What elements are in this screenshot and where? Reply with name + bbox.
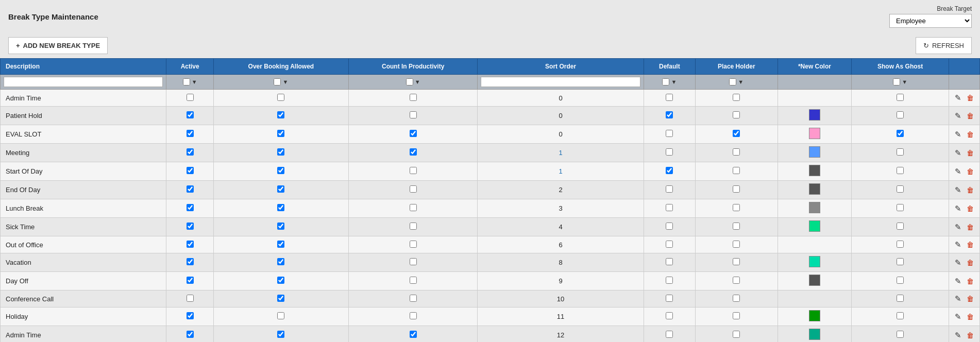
default-checkbox[interactable] [666,148,673,156]
overbooking-checkbox[interactable] [277,130,284,137]
delete-button[interactable]: 🗑 [965,258,976,268]
delete-button[interactable]: 🗑 [965,166,976,177]
delete-button[interactable]: 🗑 [965,222,976,232]
countprod-checkbox[interactable] [410,331,417,338]
default-checkbox[interactable] [666,223,673,230]
default-checkbox[interactable] [666,312,673,319]
edit-button[interactable]: ✎ [953,147,964,159]
delete-button[interactable]: 🗑 [965,312,976,322]
edit-button[interactable]: ✎ [953,129,964,140]
filter-countprod-checkbox[interactable] [406,78,413,86]
overbooking-checkbox[interactable] [277,111,284,118]
active-checkbox[interactable] [187,130,194,137]
active-checkbox[interactable] [187,241,194,248]
default-checkbox[interactable] [666,111,673,118]
delete-button[interactable]: 🗑 [965,203,976,214]
edit-button[interactable]: ✎ [953,184,964,196]
active-checkbox[interactable] [187,167,194,174]
showghost-checkbox[interactable] [897,223,904,230]
placeholder-checkbox[interactable] [733,94,740,101]
delete-button[interactable]: 🗑 [965,276,976,286]
overbooking-checkbox[interactable] [277,167,284,174]
overbooking-checkbox[interactable] [277,223,284,230]
showghost-checkbox[interactable] [897,258,904,265]
delete-button[interactable]: 🗑 [965,185,976,195]
showghost-checkbox[interactable] [897,111,904,118]
countprod-checkbox[interactable] [410,295,417,302]
showghost-checkbox[interactable] [897,167,904,174]
edit-button[interactable]: ✎ [953,257,964,268]
countprod-checkbox[interactable] [410,130,417,137]
edit-button[interactable]: ✎ [953,166,964,177]
countprod-checkbox[interactable] [410,258,417,265]
default-checkbox[interactable] [666,94,673,101]
default-checkbox[interactable] [666,167,673,174]
default-checkbox[interactable] [666,204,673,211]
delete-button[interactable]: 🗑 [965,93,976,103]
overbooking-checkbox[interactable] [277,185,284,193]
countprod-checkbox[interactable] [410,94,417,101]
active-checkbox[interactable] [187,258,194,265]
placeholder-checkbox[interactable] [733,277,740,284]
active-checkbox[interactable] [187,111,194,118]
active-checkbox[interactable] [187,185,194,193]
showghost-checkbox[interactable] [897,94,904,101]
default-checkbox[interactable] [666,277,673,284]
countprod-checkbox[interactable] [410,185,417,193]
countprod-checkbox[interactable] [410,277,417,284]
filter-default-checkbox[interactable] [662,78,669,86]
overbooking-checkbox[interactable] [277,94,284,101]
default-checkbox[interactable] [666,185,673,193]
placeholder-checkbox[interactable] [733,223,740,230]
active-checkbox[interactable] [187,312,194,319]
delete-button[interactable]: 🗑 [965,294,976,304]
placeholder-checkbox[interactable] [733,185,740,193]
filter-description-input[interactable] [4,77,163,87]
filter-ghost-checkbox[interactable] [893,78,900,86]
placeholder-checkbox[interactable] [733,258,740,265]
placeholder-checkbox[interactable] [733,148,740,156]
showghost-checkbox[interactable] [897,277,904,284]
edit-button[interactable]: ✎ [953,311,964,322]
overbooking-checkbox[interactable] [277,241,284,248]
showghost-checkbox[interactable] [897,185,904,193]
break-target-select[interactable]: Employee Shift All [889,14,972,28]
edit-button[interactable]: ✎ [953,239,964,250]
default-checkbox[interactable] [666,130,673,137]
edit-button[interactable]: ✎ [953,293,964,304]
edit-button[interactable]: ✎ [953,92,964,104]
showghost-checkbox[interactable] [897,204,904,211]
showghost-checkbox[interactable] [897,130,904,137]
placeholder-checkbox[interactable] [733,241,740,248]
delete-button[interactable]: 🗑 [965,240,976,250]
placeholder-checkbox[interactable] [733,331,740,338]
countprod-checkbox[interactable] [410,223,417,230]
edit-button[interactable]: ✎ [953,221,964,233]
overbooking-checkbox[interactable] [277,277,284,284]
countprod-checkbox[interactable] [410,111,417,118]
showghost-checkbox[interactable] [897,148,904,156]
showghost-checkbox[interactable] [897,331,904,338]
edit-button[interactable]: ✎ [953,330,964,341]
delete-button[interactable]: 🗑 [965,148,976,158]
filter-sortorder-input[interactable] [481,77,640,87]
overbooking-checkbox[interactable] [277,331,284,338]
edit-button[interactable]: ✎ [953,110,964,122]
overbooking-checkbox[interactable] [277,148,284,156]
active-checkbox[interactable] [187,94,194,101]
showghost-checkbox[interactable] [897,295,904,302]
countprod-checkbox[interactable] [410,148,417,156]
overbooking-checkbox[interactable] [277,204,284,211]
active-checkbox[interactable] [187,204,194,211]
filter-placeholder-checkbox[interactable] [729,78,736,86]
showghost-checkbox[interactable] [897,241,904,248]
delete-button[interactable]: 🗑 [965,111,976,121]
countprod-checkbox[interactable] [410,241,417,248]
overbooking-checkbox[interactable] [277,258,284,265]
filter-overbooking-checkbox[interactable] [274,78,281,86]
placeholder-checkbox[interactable] [733,111,740,118]
edit-button[interactable]: ✎ [953,203,964,214]
overbooking-checkbox[interactable] [277,295,284,302]
active-checkbox[interactable] [187,295,194,302]
active-checkbox[interactable] [187,148,194,156]
